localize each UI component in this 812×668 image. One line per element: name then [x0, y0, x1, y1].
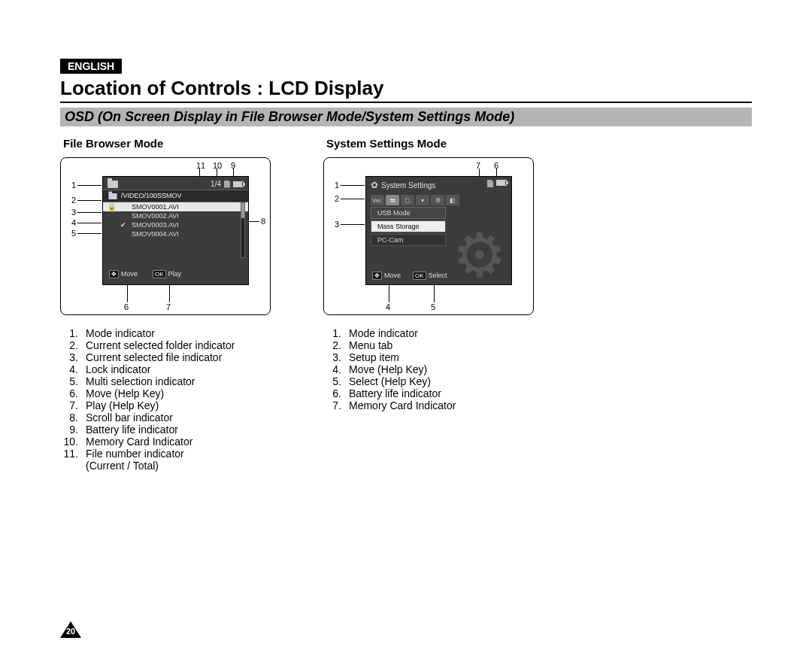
- callout-10: 10: [213, 161, 222, 170]
- file-browser-header: File Browser Mode: [60, 137, 286, 150]
- callout-5: 5: [431, 302, 435, 311]
- file-browser-column: File Browser Mode 11 10 9 1 2 3 4 5: [60, 137, 286, 472]
- settings-tab: ◧: [446, 195, 459, 205]
- system-settings-screen: ⚙ ✿System Settings Ver. ⇋ ▢ ▾ ⚙ ◧ USB: [365, 176, 512, 285]
- callout-2: 2: [335, 194, 339, 203]
- settings-tab-selected: ⇋: [386, 195, 399, 205]
- file-row: 🔒SMOV0001.AVI: [103, 202, 248, 211]
- file-row: SMOV0002.AVI: [103, 211, 248, 220]
- file-row: ✔SMOV0003.AVI: [103, 220, 248, 229]
- move-key-icon: ✥: [372, 272, 382, 280]
- settings-tab: ▾: [416, 195, 429, 205]
- submenu-label: USB Mode: [371, 207, 446, 219]
- callout-1: 1: [71, 181, 76, 190]
- callout-3: 3: [335, 220, 339, 229]
- system-settings-header: System Settings Mode: [323, 137, 549, 150]
- settings-title: System Settings: [381, 181, 435, 190]
- lock-icon: 🔒: [108, 203, 115, 211]
- system-settings-lcd: 7 6 1 2 3 4 5 ⚙: [323, 157, 534, 315]
- callout-11: 11: [196, 161, 205, 170]
- move-key-icon: ✥: [109, 270, 119, 278]
- callout-5: 5: [71, 229, 76, 238]
- settings-tab: ⚙: [431, 195, 444, 205]
- page-title: Location of Controls : LCD Display: [60, 77, 752, 103]
- callout-1: 1: [335, 181, 339, 190]
- folder-path: /VIDEO/100SSMOV: [121, 192, 182, 199]
- page-subtitle: OSD (On Screen Display in File Browser M…: [60, 108, 752, 126]
- setup-option: PC-Cam: [371, 234, 446, 246]
- path-folder-icon: [108, 193, 117, 199]
- page-number-badge: 20: [60, 621, 81, 638]
- ok-key-icon: OK: [153, 270, 166, 278]
- battery-icon: [233, 181, 244, 187]
- file-browser-screen: 1/4 /VIDEO/100SSMOV 🔒SMOV0001.AVI SMOV00…: [102, 176, 249, 285]
- ok-key-icon: OK: [413, 272, 426, 280]
- check-icon: ✔: [120, 221, 127, 229]
- file-row: SMOV0004.AVI: [103, 229, 248, 238]
- callout-8: 8: [261, 217, 265, 226]
- setup-option-selected: Mass Storage: [371, 220, 446, 232]
- system-settings-column: System Settings Mode 7 6 1 2 3 4 5: [323, 137, 549, 472]
- folder-icon: [108, 181, 118, 188]
- gear-bg-icon: ⚙: [453, 232, 507, 280]
- file-browser-legend: 1.Mode indicator 2.Current selected fold…: [60, 327, 286, 472]
- sd-card-icon: [224, 181, 230, 188]
- callout-4: 4: [71, 218, 76, 227]
- callout-2: 2: [71, 196, 76, 205]
- callout-7: 7: [166, 302, 171, 311]
- system-settings-legend: 1.Mode indicator 2.Menu tab 3.Setup item…: [323, 327, 549, 411]
- callout-4: 4: [386, 302, 390, 311]
- settings-tab: ▢: [401, 195, 414, 205]
- scrollbar: [241, 202, 245, 258]
- file-list: 🔒SMOV0001.AVI SMOV0002.AVI ✔SMOV0003.AVI…: [103, 202, 248, 238]
- gear-icon: ✿: [371, 180, 378, 190]
- settings-tabs: Ver. ⇋ ▢ ▾ ⚙ ◧: [366, 195, 511, 205]
- callout-3: 3: [71, 208, 76, 217]
- settings-tab: Ver.: [371, 195, 384, 205]
- file-browser-lcd: 11 10 9 1 2 3 4 5 8: [60, 157, 271, 315]
- language-tag: ENGLISH: [60, 59, 122, 74]
- callout-6: 6: [124, 302, 129, 311]
- file-counter: 1/4: [211, 180, 221, 188]
